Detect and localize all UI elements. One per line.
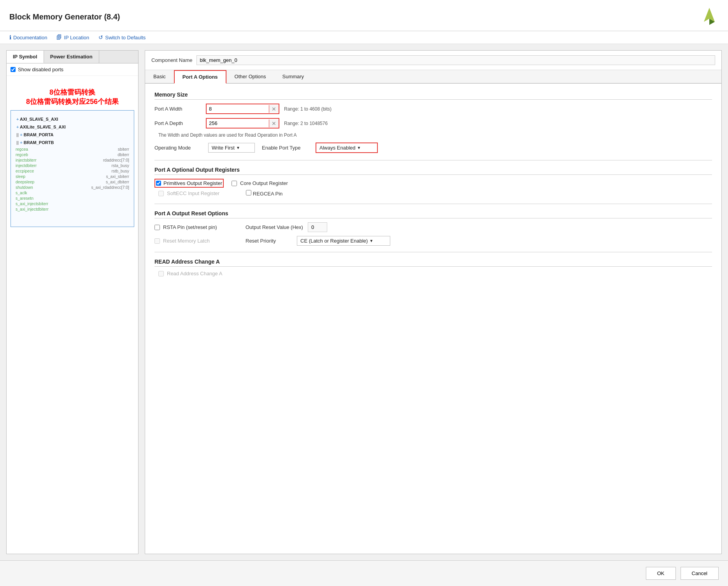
port-saxi-injectdbiterr: s_axi_injectdbiterr [15, 206, 130, 212]
divider-3 [154, 252, 712, 252]
divider-2 [154, 204, 712, 204]
port-a-depth-range: Range: 2 to 1048576 [284, 121, 328, 126]
tab-ip-symbol[interactable]: IP Symbol [7, 51, 44, 63]
core-output-register-label: Core Output Register [240, 180, 288, 186]
read-address-change-checkbox [158, 271, 164, 276]
component-name-row: Component Name [145, 51, 721, 70]
enable-port-type-label: Enable Port Type [262, 145, 309, 151]
reset-memory-latch-checkbox [154, 238, 160, 244]
operating-mode-value: Write First [212, 145, 235, 151]
tab-basic[interactable]: Basic [145, 70, 174, 84]
reset-priority-label: Reset Priority [246, 238, 292, 244]
left-panel: IP Symbol Power Estimation Show disabled… [6, 50, 139, 554]
read-address-change-label: Read Address Change A [167, 271, 222, 276]
reset-memory-latch-row: Reset Memory Latch Reset Priority CE (La… [154, 236, 712, 246]
softecc-input-register-label: SoftECC Input Register [167, 190, 219, 196]
port-a-depth-row: Port A Depth ✕ Range: 2 to 1048576 [154, 118, 712, 128]
header-logo [700, 7, 719, 27]
port-a-width-row: Port A Width ✕ Range: 1 to 4608 (bits) [154, 104, 712, 114]
primitives-output-register-row: Primitives Output Register Core Output R… [154, 179, 712, 188]
window-title: Block Memory Generator (8.4) [9, 12, 120, 21]
core-output-register-checkbox[interactable] [232, 181, 237, 186]
port-bram-portb: || + BRAM_PORTB [15, 139, 130, 146]
tab-port-a-options[interactable]: Port A Options [174, 70, 226, 84]
main-window: Block Memory Generator (8.4) ℹ Documenta… [0, 0, 728, 586]
content-area: Memory Size Port A Width ✕ Range: 1 to 4… [145, 84, 721, 284]
memory-size-title: Memory Size [154, 92, 712, 100]
component-name-input[interactable] [196, 55, 716, 65]
operating-mode-row: Operating Mode Write First ▼ Enable Port… [154, 143, 712, 153]
ok-button[interactable]: OK [646, 567, 676, 580]
reset-priority-value: CE (Latch or Register Enable) [300, 238, 368, 244]
left-panel-tabs: IP Symbol Power Estimation [7, 51, 138, 63]
port-sleep: sleeps_axi_sbiterr [15, 174, 130, 179]
port-a-width-label: Port A Width [154, 106, 201, 112]
divider-1 [154, 160, 712, 160]
tab-power-estimation[interactable]: Power Estimation [44, 51, 99, 63]
location-icon: 🗐 [56, 34, 62, 40]
rsta-pin-checkbox[interactable] [154, 225, 160, 230]
port-saxi-injectsbiterr: s_axi_injectsbiterr [15, 201, 130, 206]
core-output-register-row: Core Output Register [232, 180, 288, 186]
toolbar-switch-defaults-label: Switch to Defaults [105, 35, 146, 40]
tab-other-options[interactable]: Other Options [226, 70, 274, 84]
ip-symbol-box: + AXI_SLAVE_S_AXI + AXILite_SLAVE_S_AXI … [11, 110, 134, 227]
operating-mode-chevron: ▼ [236, 146, 240, 150]
port-injectsbiterr: injectsbiterrrdaddrecc[7:0] [15, 157, 130, 163]
tabs-bar: Basic Port A Options Other Options Summa… [145, 70, 721, 84]
port-a-width-input-box: ✕ [206, 104, 279, 114]
toolbar-documentation-label: Documentation [13, 35, 47, 40]
info-icon: ℹ [9, 34, 11, 40]
show-disabled-ports-row: Show disabled ports [7, 63, 138, 76]
component-name-label: Component Name [151, 57, 193, 63]
softecc-input-register-row: SoftECC Input Register REGCEA Pin [158, 190, 712, 197]
port-injectdbiterr: injectdbiterrrsta_busy [15, 163, 130, 168]
primitives-output-register-label: Primitives Output Register [163, 180, 222, 186]
toolbar-ip-location[interactable]: 🗐 IP Location [56, 34, 89, 40]
primitives-output-register-checkbox[interactable] [156, 181, 161, 186]
operating-mode-select[interactable]: Write First ▼ [208, 143, 255, 153]
optional-output-registers-title: Port A Optional Output Registers [154, 167, 712, 175]
port-a-width-clear[interactable]: ✕ [269, 105, 279, 113]
reset-priority-chevron: ▼ [369, 239, 373, 243]
reset-priority-select[interactable]: CE (Latch or Register Enable) ▼ [297, 236, 390, 246]
output-reset-value-input[interactable] [308, 222, 327, 232]
port-a-depth-input[interactable] [207, 119, 269, 128]
port-shutdown: shutdowns_axi_rdaddrecc[7:0] [15, 185, 130, 190]
cancel-button[interactable]: Cancel [681, 567, 719, 580]
toolbar-switch-defaults[interactable]: ↺ Switch to Defaults [98, 34, 146, 40]
softecc-input-register-checkbox [158, 191, 164, 196]
reset-memory-latch-label: Reset Memory Latch [163, 238, 241, 244]
toolbar-ip-location-label: IP Location [64, 35, 89, 40]
body-area: IP Symbol Power Estimation Show disabled… [0, 44, 728, 560]
toolbar-documentation[interactable]: ℹ Documentation [9, 34, 47, 40]
read-address-change-row: Read Address Change A [158, 271, 712, 276]
refresh-icon: ↺ [98, 34, 103, 40]
regcea-pin-label: REGCEA Pin [253, 191, 283, 197]
read-address-section: READ Address Change A Read Address Chang… [154, 259, 712, 276]
port-regceb: regcebdbiterr [15, 152, 130, 157]
port-deepsleep: deepsleeps_axi_dbiterr [15, 179, 130, 185]
port-a-width-range: Range: 1 to 4608 (bits) [284, 106, 332, 112]
port-saclk: s_aclk [15, 190, 130, 195]
enable-port-type-select[interactable]: Always Enabled ▼ [316, 143, 378, 153]
ip-symbol-area: 8位格雷码转换 8位格雷码转换对应256个结果 + AXI_SLAVE_S_AX… [7, 76, 138, 554]
port-a-depth-clear[interactable]: ✕ [269, 120, 279, 127]
port-eccpipece: eccpipecerstb_busy [15, 168, 130, 174]
toolbar: ℹ Documentation 🗐 IP Location ↺ Switch t… [0, 31, 728, 44]
enable-port-type-value: Always Enabled [319, 145, 356, 151]
memory-size-info: The Width and Depth values are used for … [154, 132, 712, 138]
regcea-pin-checkbox[interactable] [246, 190, 251, 195]
header: Block Memory Generator (8.4) [0, 0, 728, 31]
port-bram-porta: || + BRAM_PORTA [15, 132, 130, 138]
rsta-pin-label: RSTA Pin (set/reset pin) [163, 224, 241, 230]
port-axilite-slave: + AXILite_SLAVE_S_AXI [15, 124, 130, 130]
port-regcea: regceasbiterr [15, 146, 130, 152]
show-disabled-ports-checkbox[interactable] [11, 67, 16, 72]
show-disabled-ports-label: Show disabled ports [18, 67, 63, 72]
output-reset-options-title: Port A Output Reset Options [154, 210, 712, 218]
right-panel: Component Name Basic Port A Options Othe… [145, 50, 722, 554]
tab-summary[interactable]: Summary [274, 70, 312, 84]
enable-port-type-chevron: ▼ [357, 146, 361, 150]
port-a-width-input[interactable] [207, 104, 269, 113]
